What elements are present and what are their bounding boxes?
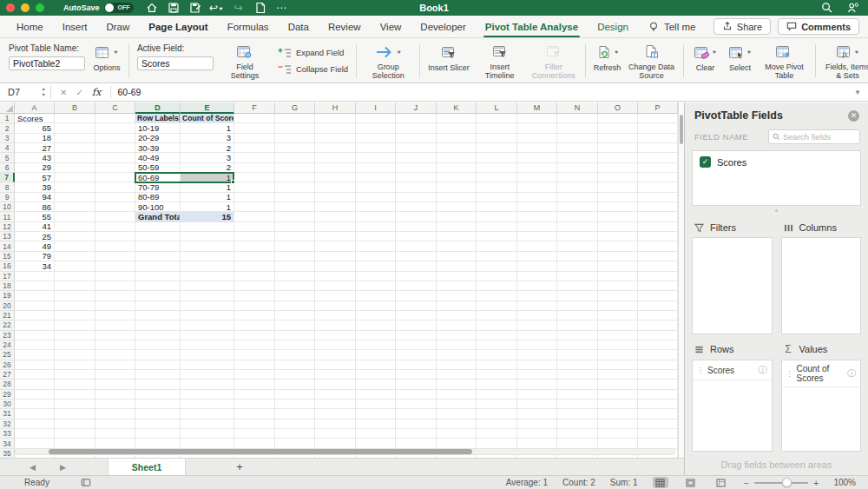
cell-C25[interactable] [95, 350, 135, 360]
cell-O9[interactable] [598, 193, 638, 202]
cell-L22[interactable] [477, 320, 517, 330]
cell-N30[interactable] [557, 400, 598, 409]
cell-F25[interactable] [234, 350, 275, 360]
cell-C5[interactable] [95, 153, 135, 162]
cell-P26[interactable] [638, 360, 678, 370]
cell-P11[interactable] [638, 212, 678, 221]
cell-E11[interactable]: 15 [181, 212, 234, 221]
cell-E22[interactable] [181, 320, 234, 330]
zoom-slider-knob[interactable] [782, 478, 792, 487]
cell-O8[interactable] [598, 182, 638, 192]
cell-L1[interactable] [477, 114, 517, 123]
zoom-window-button[interactable] [36, 3, 44, 12]
cell-P21[interactable] [638, 311, 678, 320]
cell-N32[interactable] [557, 420, 598, 429]
cell-P27[interactable] [638, 370, 678, 380]
cell-D21[interactable] [135, 311, 181, 320]
cell-O19[interactable] [598, 291, 638, 301]
cell-H3[interactable] [315, 134, 356, 143]
sheet-tab-sheet1[interactable]: Sheet1 [108, 459, 186, 476]
cell-H22[interactable] [315, 320, 356, 330]
cell-I29[interactable] [356, 390, 396, 400]
row-header-6[interactable]: 6 [0, 163, 15, 173]
cell-K31[interactable] [437, 409, 477, 419]
pane-drag-handle[interactable] [685, 206, 868, 215]
cell-H29[interactable] [315, 390, 356, 400]
cell-D23[interactable] [135, 331, 181, 340]
cell-F32[interactable] [234, 420, 275, 429]
insert-slicer-button[interactable]: Insert Slicer [424, 41, 473, 81]
cell-L13[interactable] [477, 232, 517, 241]
people-icon[interactable] [847, 2, 859, 14]
cell-K16[interactable] [437, 261, 477, 271]
cell-I9[interactable] [356, 193, 396, 202]
cell-O29[interactable] [598, 390, 638, 400]
row-header-11[interactable]: 11 [0, 212, 15, 221]
tab-pivot-table-analyse[interactable]: Pivot Table Analyse [476, 16, 588, 37]
cell-J3[interactable] [396, 134, 437, 143]
cell-H11[interactable] [315, 212, 356, 221]
cell-B24[interactable] [55, 340, 95, 350]
cell-I4[interactable] [356, 143, 396, 153]
cell-O16[interactable] [598, 261, 638, 271]
cell-N2[interactable] [557, 123, 598, 133]
cell-B2[interactable] [55, 123, 95, 133]
cell-J15[interactable] [396, 252, 437, 261]
cell-G34[interactable] [275, 439, 315, 448]
field-checkbox[interactable]: ✓ [700, 156, 711, 168]
cell-D3[interactable]: 20-29 [135, 134, 181, 143]
cell-A29[interactable] [15, 390, 55, 400]
cell-N33[interactable] [557, 429, 598, 439]
cell-A5[interactable]: 43 [15, 153, 55, 162]
cell-D16[interactable] [135, 261, 181, 271]
cell-N20[interactable] [557, 301, 598, 311]
cell-P16[interactable] [638, 261, 678, 271]
cell-L3[interactable] [477, 134, 517, 143]
cell-F13[interactable] [234, 232, 275, 241]
cell-K26[interactable] [437, 360, 477, 370]
cell-N25[interactable] [557, 350, 598, 360]
cell-M4[interactable] [517, 143, 557, 153]
cell-D12[interactable] [135, 222, 181, 232]
cell-B33[interactable] [55, 429, 95, 439]
cell-L23[interactable] [477, 331, 517, 340]
cell-L4[interactable] [477, 143, 517, 153]
cell-L31[interactable] [477, 409, 517, 419]
cell-B14[interactable] [55, 241, 95, 251]
cell-E8[interactable]: 1 [181, 182, 234, 192]
horizontal-scrollbar[interactable] [15, 448, 675, 455]
cell-B13[interactable] [55, 232, 95, 241]
cell-D15[interactable] [135, 252, 181, 261]
row-header-1[interactable]: 1 [0, 114, 15, 123]
cell-P31[interactable] [638, 409, 678, 419]
cell-M7[interactable] [517, 173, 557, 182]
cell-M32[interactable] [517, 420, 557, 429]
row-header-17[interactable]: 17 [0, 272, 15, 281]
cell-L11[interactable] [477, 212, 517, 221]
cell-O24[interactable] [598, 340, 638, 350]
cell-O10[interactable] [598, 202, 638, 212]
cell-C18[interactable] [95, 281, 135, 291]
cell-B25[interactable] [55, 350, 95, 360]
zoom-slider[interactable] [754, 482, 808, 484]
cell-P33[interactable] [638, 429, 678, 439]
cell-C27[interactable] [95, 370, 135, 380]
cell-N14[interactable] [557, 241, 598, 251]
cell-I17[interactable] [356, 272, 396, 281]
cell-L6[interactable] [477, 163, 517, 173]
cell-A3[interactable]: 18 [15, 134, 55, 143]
cell-P19[interactable] [638, 291, 678, 301]
cell-F29[interactable] [234, 390, 275, 400]
cell-N6[interactable] [557, 163, 598, 173]
cell-J33[interactable] [396, 429, 437, 439]
tab-data[interactable]: Data [279, 16, 319, 37]
cell-E3[interactable]: 3 [181, 134, 234, 143]
row-header-15[interactable]: 15 [0, 252, 15, 261]
cell-M13[interactable] [517, 232, 557, 241]
cell-J25[interactable] [396, 350, 437, 360]
cell-N22[interactable] [557, 320, 598, 330]
cell-H34[interactable] [315, 439, 356, 448]
cell-H20[interactable] [315, 301, 356, 311]
cell-P3[interactable] [638, 134, 678, 143]
tab-design[interactable]: Design [588, 16, 638, 37]
